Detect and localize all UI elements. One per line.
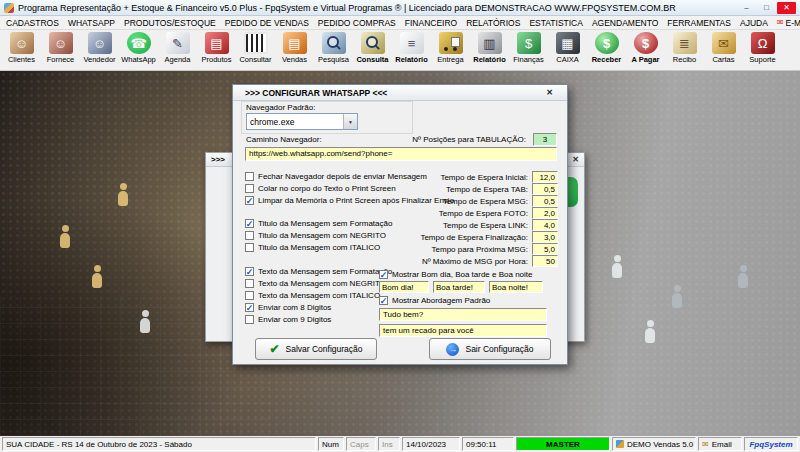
exit-config-button[interactable]: → Sair Configuração <box>429 338 551 360</box>
checkbox-box <box>245 243 254 252</box>
toolbar-button-clientes[interactable]: ☺ Clientes <box>2 31 41 70</box>
boa-tarde-input[interactable]: Boa tarde! <box>433 281 485 293</box>
boa-noite-input[interactable]: Boa noite! <box>489 281 543 293</box>
proxima-msg-input[interactable]: 5,0 <box>532 243 558 255</box>
window-titlebar: Programa Representação + Estoque & Finan… <box>0 0 800 16</box>
browser-path-input[interactable]: https://web.whatsapp.com/send?phone= <box>245 147 557 161</box>
toolbar-button-entrega[interactable]: Entrega <box>431 31 470 70</box>
toolbar-button-suporte[interactable]: Ω Suporte <box>743 31 782 70</box>
menu-email[interactable]: ✉ E-MAIL <box>777 18 800 28</box>
tempo-msg-input[interactable]: 0,5 <box>532 195 558 207</box>
save-config-button[interactable]: ✔ Salvar Configuração <box>255 338 377 360</box>
toolbar-label: Relatório <box>473 55 506 64</box>
toolbar-label: Vendedor <box>83 55 115 64</box>
maximize-icon[interactable]: □ <box>757 2 776 14</box>
row-tempo-finalizacao: Tempo de Espera Finalização: 3,0 <box>420 231 558 243</box>
tab-positions-input[interactable]: 3 <box>533 133 557 146</box>
background-dialog-title: >>> <box>211 155 225 164</box>
checkbox-enviar-8-digitos[interactable]: ✓ Enviar com 8 Digitos <box>245 302 331 313</box>
menu-estatistica[interactable]: ESTATISTICA <box>529 18 583 28</box>
checkbox-titulo-negrito[interactable]: Titulo da Mensagem com NEGRITO <box>245 230 386 241</box>
menu-agendamento[interactable]: AGENDAMENTO <box>592 18 658 28</box>
bom-dia-input[interactable]: Bom dia! <box>379 281 429 293</box>
toolbar-label: Agenda <box>165 55 191 64</box>
toolbar-button-pesquisa[interactable]: Pesquisa <box>314 31 353 70</box>
toolbar-button-consultar[interactable]: Consultar <box>236 31 275 70</box>
abordagem-2-input[interactable]: tem um recado para você <box>379 324 547 337</box>
close-icon[interactable]: ✕ <box>572 155 579 164</box>
tempo-tab-input[interactable]: 0,5 <box>532 183 558 195</box>
menu-whatsapp[interactable]: WHATSAPP <box>68 18 115 28</box>
menu-pedido-compras[interactable]: PEDIDO COMPRAS <box>318 18 396 28</box>
checkbox-texto-negrito[interactable]: Texto da Mensagem com NEGRITO <box>245 278 386 289</box>
tempo-foto-input[interactable]: 2,0 <box>532 207 558 219</box>
menu-produtos-estoque[interactable]: PRODUTOS/ESTOQUE <box>124 18 216 28</box>
tempo-finalizacao-input[interactable]: 3,0 <box>532 231 558 243</box>
menu-relatorios[interactable]: RELATÓRIOS <box>466 18 520 28</box>
checkbox-mostrar-saudacoes[interactable]: ✓ Mostrar Bom dia, Boa tarde e Boa noite <box>379 269 533 280</box>
checkbox-box: ✓ <box>245 196 254 205</box>
toolbar-button-relatorio-vendas[interactable]: ≡ Relatório <box>392 31 431 70</box>
toolbar-button-caixa[interactable]: ▦ CAIXA <box>548 31 587 70</box>
menu-ferramentas[interactable]: FERRAMENTAS <box>667 18 731 28</box>
checkbox-texto-sem-formatacao[interactable]: ✓ Texto da Mensagem sem Formatação <box>245 266 392 277</box>
tempo-inicial-input[interactable]: 12,0 <box>532 171 558 183</box>
toolbar-button-fornece[interactable]: ☺ Fornece <box>41 31 80 70</box>
max-msg-hora-input[interactable]: 50 <box>532 255 558 267</box>
checkbox-titulo-sem-formatacao[interactable]: ✓ Titulo da Mensagem sem Formatação <box>245 218 392 229</box>
toolbar-button-recibo[interactable]: ≣ Recibo <box>665 31 704 70</box>
status-bar: SUA CIDADE - RS 14 de Outubro de 2023 - … <box>0 436 800 452</box>
checkbox-box <box>245 184 254 193</box>
checkbox-mostrar-abordagem[interactable]: ✓ Mostrar Abordagem Padrão <box>379 295 490 306</box>
chevron-down-icon[interactable]: ▼ <box>343 114 357 129</box>
email-icon: ✉ <box>702 440 709 449</box>
menu-bar: CADASTROS WHATSAPP PRODUTOS/ESTOQUE PEDI… <box>0 16 800 30</box>
checkbox-fechar-navegador[interactable]: Fechar Navegador depois de enviar Mensag… <box>245 171 427 182</box>
menu-financeiro[interactable]: FINANCEIRO <box>405 18 457 28</box>
cash-register-icon: ▦ <box>556 32 580 54</box>
checkbox-box <box>245 231 254 240</box>
toolbar-label: Clientes <box>8 55 35 64</box>
menu-ajuda[interactable]: AJUDA <box>740 18 768 28</box>
browser-select[interactable]: chrome.exe ▼ <box>246 113 358 130</box>
tempo-link-input[interactable]: 4,0 <box>532 219 558 231</box>
close-icon[interactable]: ✕ <box>542 88 557 97</box>
toolbar-button-vendedor[interactable]: ☺ Vendedor <box>80 31 119 70</box>
receive-dollar-icon: $ <box>595 32 619 54</box>
dialog-title: >>> CONFIGURAR WHATSAPP <<< <box>245 88 387 98</box>
toolbar-label: A Pagar <box>631 55 659 64</box>
abordagem-1-input[interactable]: Tudo bem? <box>379 308 547 321</box>
checkbox-limpar-memoria[interactable]: ✓ Limpar da Memória o Print Screen após … <box>245 195 454 206</box>
toolbar-button-receber[interactable]: $ Receber <box>587 31 626 70</box>
toolbar-button-agenda[interactable]: ✎ Agenda <box>158 31 197 70</box>
checkbox-enviar-9-digitos[interactable]: Enviar com 9 Digitos <box>245 314 331 325</box>
toolbar-button-financas[interactable]: $ Finanças <box>509 31 548 70</box>
status-date: 14/10/2023 <box>402 437 460 451</box>
checkbox-titulo-italico[interactable]: Titulo da Mensagem com ITALICO <box>245 242 380 253</box>
toolbar-button-vendas[interactable]: ▤ Vendas <box>275 31 314 70</box>
browser-label: Navegador Padrão: <box>246 103 315 112</box>
menu-cadastros[interactable]: CADASTROS <box>6 18 59 28</box>
search-icon <box>322 32 346 54</box>
person-figure <box>672 285 682 308</box>
whatsapp-icon: ☎ <box>127 32 151 54</box>
configure-whatsapp-dialog: >>> CONFIGURAR WHATSAPP <<< ✕ Navegador … <box>232 84 568 365</box>
person-figure <box>645 320 655 343</box>
menu-pedido-vendas[interactable]: PEDIDO DE VENDAS <box>225 18 309 28</box>
minimize-icon[interactable]: – <box>737 2 756 14</box>
person-figure <box>118 183 128 206</box>
toolbar-button-consulta[interactable]: Consulta <box>353 31 392 70</box>
toolbar-button-a-pagar[interactable]: $ A Pagar <box>626 31 665 70</box>
pay-dollar-icon: $ <box>634 32 658 54</box>
checkbox-colar-printscreen[interactable]: Colar no corpo do Texto o Print Screen <box>245 183 396 194</box>
toolbar-label: Pesquisa <box>318 55 349 64</box>
close-icon[interactable]: ✕ <box>777 2 796 14</box>
toolbar-button-cartas[interactable]: ✉ Cartas <box>704 31 743 70</box>
toolbar-button-produtos[interactable]: ▤ Produtos <box>197 31 236 70</box>
status-email-label: Email <box>712 440 732 449</box>
toolbar-button-whatsapp[interactable]: ☎ WhatsApp <box>119 31 158 70</box>
status-email[interactable]: ✉ Email <box>698 437 742 451</box>
toolbar-label: Consultar <box>239 55 271 64</box>
toolbar-button-relatorio-entrega[interactable]: ▥ Relatório <box>470 31 509 70</box>
checkbox-texto-italico[interactable]: Texto da Mensagem com ITALICO <box>245 290 380 301</box>
